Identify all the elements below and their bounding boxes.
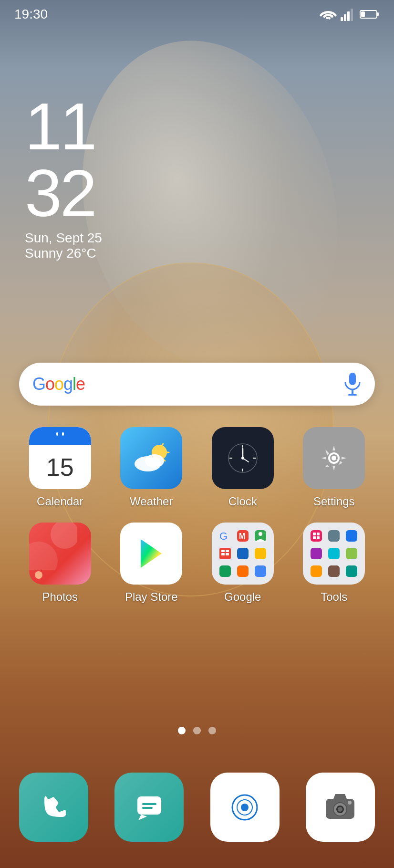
app-calendar[interactable]: 15 Calendar [19, 427, 101, 508]
app-grid: 15 Calendar Weather [19, 427, 375, 604]
svg-point-22 [241, 457, 244, 460]
dock-camera[interactable] [306, 773, 375, 842]
clock-date: Sun, Sept 25 [25, 230, 102, 246]
settings-label: Settings [313, 495, 355, 508]
weather-icon [120, 427, 182, 489]
svg-rect-8 [352, 389, 353, 394]
google-folder-label: Google [224, 590, 261, 604]
calendar-icon: 15 [29, 427, 91, 489]
clock-weather-info: Sunny 26°C [25, 246, 102, 261]
search-bar[interactable]: Google [19, 363, 375, 406]
svg-rect-3 [351, 9, 353, 21]
svg-rect-1 [344, 14, 346, 21]
svg-rect-41 [219, 565, 231, 577]
tools-folder-label: Tools [321, 590, 347, 604]
status-time: 19:30 [14, 7, 48, 22]
calendar-label: Calendar [37, 495, 83, 508]
svg-rect-45 [313, 533, 316, 535]
svg-rect-10 [56, 432, 58, 436]
svg-point-67 [338, 807, 342, 812]
status-bar: 19:30 [0, 0, 394, 29]
app-weather[interactable]: Weather [111, 427, 193, 508]
photos-label: Photos [42, 590, 78, 604]
svg-rect-46 [317, 533, 320, 535]
svg-rect-5 [377, 12, 379, 16]
svg-rect-37 [221, 553, 225, 555]
svg-rect-34 [219, 548, 231, 559]
svg-rect-44 [311, 530, 322, 542]
google-logo: Google [32, 374, 85, 394]
svg-rect-51 [311, 548, 322, 559]
svg-point-68 [348, 801, 352, 805]
photos-icon [29, 523, 91, 585]
page-dot-3[interactable] [208, 727, 216, 734]
svg-rect-42 [237, 565, 249, 577]
svg-rect-47 [313, 536, 316, 539]
svg-point-63 [241, 804, 249, 811]
app-tools-folder[interactable]: Tools [293, 523, 375, 604]
app-google-folder[interactable]: G M Google [202, 523, 284, 604]
app-playstore[interactable]: Play Store [111, 523, 193, 604]
tools-folder-icon [303, 523, 365, 585]
svg-rect-39 [237, 548, 249, 559]
svg-rect-60 [142, 807, 153, 809]
svg-rect-50 [346, 530, 357, 542]
signal-icon [341, 8, 356, 21]
svg-point-27 [29, 542, 58, 570]
weather-label: Weather [130, 495, 173, 508]
page-dot-1[interactable] [178, 727, 186, 734]
playstore-icon [120, 523, 182, 585]
google-folder-icon: G M [212, 523, 274, 585]
status-icons [320, 8, 380, 21]
page-dots [0, 727, 394, 734]
svg-point-26 [51, 523, 77, 549]
clock-widget: 11 32 Sun, Sept 25 Sunny 26°C [25, 93, 102, 261]
dock [19, 773, 375, 842]
svg-rect-40 [255, 548, 266, 559]
app-settings[interactable]: Settings [293, 427, 375, 508]
svg-rect-56 [346, 565, 357, 577]
app-clock[interactable]: Clock [202, 427, 284, 508]
svg-point-33 [259, 532, 262, 536]
settings-icon [303, 427, 365, 489]
clock-minute: 32 [25, 160, 102, 227]
svg-marker-28 [141, 539, 162, 568]
clock-app-icon [212, 427, 274, 489]
svg-text:G: G [219, 530, 228, 542]
svg-rect-53 [346, 548, 357, 559]
dock-phone[interactable] [19, 773, 88, 842]
svg-rect-38 [226, 553, 229, 555]
svg-rect-59 [142, 803, 156, 805]
svg-text:M: M [239, 532, 245, 540]
clock-hour: 11 [25, 93, 102, 160]
svg-rect-54 [311, 565, 322, 577]
svg-marker-58 [138, 815, 147, 820]
svg-rect-43 [255, 565, 266, 577]
dock-focus[interactable] [210, 773, 280, 842]
svg-rect-52 [328, 548, 340, 559]
svg-rect-35 [221, 550, 225, 552]
svg-rect-49 [328, 530, 340, 542]
clock-label: Clock [228, 495, 257, 508]
svg-rect-57 [137, 796, 161, 815]
battery-icon [360, 9, 380, 20]
svg-point-14 [145, 454, 164, 468]
svg-rect-36 [226, 550, 229, 552]
mic-icon[interactable] [343, 372, 362, 397]
svg-rect-6 [361, 11, 365, 17]
app-photos[interactable]: Photos [19, 523, 101, 604]
svg-rect-48 [317, 536, 320, 539]
svg-point-25 [332, 456, 336, 460]
wifi-icon [320, 8, 337, 21]
svg-rect-2 [347, 11, 350, 21]
playstore-label: Play Store [125, 590, 178, 604]
svg-rect-0 [341, 17, 343, 21]
dock-messages[interactable] [114, 773, 184, 842]
svg-rect-9 [348, 394, 357, 396]
page-dot-2[interactable] [193, 727, 201, 734]
svg-rect-11 [62, 432, 64, 436]
svg-rect-7 [349, 373, 356, 385]
svg-rect-55 [328, 565, 340, 577]
